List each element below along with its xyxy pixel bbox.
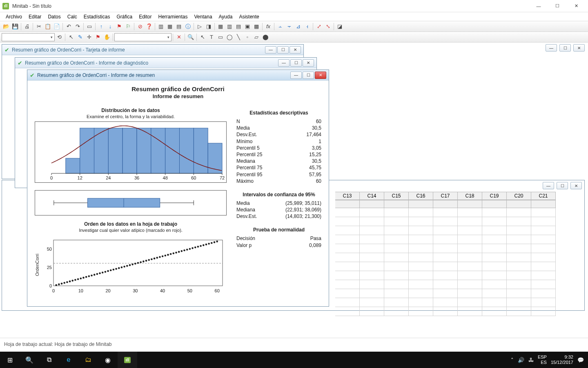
marker-icon[interactable]: ⬤: [261, 33, 270, 42]
col-c17[interactable]: C17: [433, 192, 458, 200]
menu-ayuda[interactable]: Ayuda: [216, 13, 236, 20]
cut-icon[interactable]: ✂: [34, 22, 43, 31]
menu-archivo[interactable]: Archivo: [2, 13, 25, 20]
grid1-icon[interactable]: ▦: [216, 22, 225, 31]
chart-e-icon[interactable]: ⤢: [314, 22, 323, 31]
grid5-icon[interactable]: ▩: [252, 22, 261, 31]
explorer-icon[interactable]: 🗂: [78, 352, 98, 368]
session-icon[interactable]: ▥: [156, 22, 165, 31]
taskview-icon[interactable]: ⧉: [39, 352, 59, 368]
mdi-min-button[interactable]: —: [546, 44, 557, 52]
menu-grafica[interactable]: Gráfica: [113, 13, 136, 20]
arrow-up-icon[interactable]: ↑: [97, 22, 106, 31]
combo-1[interactable]: ▾: [2, 33, 55, 41]
eraser-icon[interactable]: ◪: [335, 22, 344, 31]
paste-icon[interactable]: 📄: [52, 22, 61, 31]
circle-icon[interactable]: ◯: [225, 33, 234, 42]
worksheet-icon[interactable]: ▦: [165, 22, 174, 31]
minitab-taskbar-icon[interactable]: ıll: [118, 352, 137, 368]
clock[interactable]: ESP ES: [538, 355, 547, 365]
close-button[interactable]: ✕: [567, 0, 586, 12]
pointer-icon[interactable]: ↖: [67, 33, 76, 42]
grid2-icon[interactable]: ▥: [225, 22, 234, 31]
ws-min-button[interactable]: —: [543, 182, 554, 189]
hand-icon[interactable]: ✋: [102, 33, 111, 42]
menu-asistente[interactable]: Asistente: [236, 13, 262, 20]
child1-close-button[interactable]: ✕: [290, 46, 301, 54]
mdi-close-button[interactable]: ✕: [573, 44, 585, 52]
cancel-icon[interactable]: ⊘: [136, 22, 145, 31]
chrome-icon[interactable]: ◉: [98, 352, 118, 368]
child-window-3[interactable]: ✔ Resumen gráfico de OrdenCorri - Inform…: [27, 70, 329, 307]
network-icon[interactable]: 🖧: [528, 357, 534, 363]
notifications-icon[interactable]: 💬: [577, 357, 584, 363]
volume-icon[interactable]: 🔊: [518, 357, 524, 363]
rect-icon[interactable]: ▭: [216, 33, 225, 42]
col-c13[interactable]: C13: [335, 192, 360, 200]
col-c16[interactable]: C16: [409, 192, 433, 200]
child3-close-button[interactable]: ✕: [315, 72, 326, 79]
child3-min-button[interactable]: —: [290, 72, 302, 79]
grid3-icon[interactable]: ▤: [234, 22, 243, 31]
child1-max-button[interactable]: ☐: [277, 46, 289, 54]
open-icon[interactable]: 📂: [2, 22, 11, 31]
col-c15[interactable]: C15: [384, 192, 409, 200]
chart-d-icon[interactable]: ⫞: [303, 22, 312, 31]
system-tray[interactable]: ˄ 🔊 🖧 ESP ES 9:32 15/12/2017 💬: [507, 355, 588, 365]
copy-icon[interactable]: 📋: [43, 22, 52, 31]
delete-icon[interactable]: ✕: [174, 33, 183, 42]
col-c21[interactable]: C21: [531, 192, 556, 200]
polygon-icon[interactable]: ▱: [252, 33, 261, 42]
info-icon[interactable]: ⓘ: [183, 22, 192, 31]
start-button[interactable]: ⊞: [0, 352, 20, 368]
menu-estadisticas[interactable]: Estadísticas: [80, 13, 114, 20]
last-command-icon[interactable]: ◨: [204, 22, 213, 31]
edge-icon[interactable]: e: [59, 352, 78, 368]
menu-editor[interactable]: Editor: [136, 13, 155, 20]
flag-icon[interactable]: ⚑: [115, 22, 124, 31]
help-icon[interactable]: ❓: [145, 22, 154, 31]
crosshair-icon[interactable]: ✛: [85, 33, 94, 42]
child2-min-button[interactable]: —: [278, 59, 290, 67]
search-icon[interactable]: 🔍: [20, 352, 39, 368]
arrow-down-icon[interactable]: ↓: [106, 22, 115, 31]
chart-c-icon[interactable]: ⊿: [294, 22, 303, 31]
chart-b-icon[interactable]: ⫟: [285, 22, 294, 31]
line-icon[interactable]: ╲: [234, 33, 243, 42]
next-icon[interactable]: ▷: [195, 22, 204, 31]
polyline-icon[interactable]: ◦: [243, 33, 252, 42]
chart-a-icon[interactable]: ⫠: [276, 22, 285, 31]
col-c14[interactable]: C14: [360, 192, 384, 200]
col-c18[interactable]: C18: [458, 192, 482, 200]
col-c20[interactable]: C20: [507, 192, 531, 200]
menu-ventana[interactable]: Ventana: [191, 13, 216, 20]
new-sheet-icon[interactable]: ▭: [85, 22, 94, 31]
select-icon[interactable]: ↖: [198, 33, 207, 42]
ws-close-button[interactable]: ✕: [570, 182, 582, 189]
zoom-icon[interactable]: 🔍: [186, 33, 195, 42]
combo-2[interactable]: ▾: [114, 33, 172, 41]
datetime[interactable]: 9:32 15/12/2017: [551, 355, 573, 365]
redo-icon[interactable]: ↷: [73, 22, 82, 31]
minimize-button[interactable]: —: [529, 0, 548, 12]
flag2-icon[interactable]: ⚑: [94, 33, 102, 42]
brush-icon[interactable]: ✎: [76, 33, 85, 42]
refresh-icon[interactable]: ⟲: [55, 33, 64, 42]
ws-max-button[interactable]: ☐: [557, 182, 568, 189]
text-icon[interactable]: T: [207, 33, 216, 42]
child1-min-button[interactable]: —: [265, 46, 276, 54]
bookmark-icon[interactable]: ⚐: [124, 22, 133, 31]
undo-icon[interactable]: ↶: [64, 22, 73, 31]
maximize-button[interactable]: ☐: [548, 0, 567, 12]
child2-close-button[interactable]: ✕: [303, 59, 314, 67]
project-icon[interactable]: ▤: [174, 22, 183, 31]
print-icon[interactable]: 🖨: [22, 22, 31, 31]
col-c19[interactable]: C19: [482, 192, 507, 200]
child3-max-button[interactable]: ☐: [303, 72, 314, 79]
grid4-icon[interactable]: ▣: [243, 22, 252, 31]
menu-calc[interactable]: Calc: [64, 13, 80, 20]
save-icon[interactable]: 💾: [11, 22, 20, 31]
menu-editar[interactable]: Editar: [25, 13, 45, 20]
mdi-max-button[interactable]: ☐: [559, 44, 571, 52]
child2-max-button[interactable]: ☐: [290, 59, 302, 67]
